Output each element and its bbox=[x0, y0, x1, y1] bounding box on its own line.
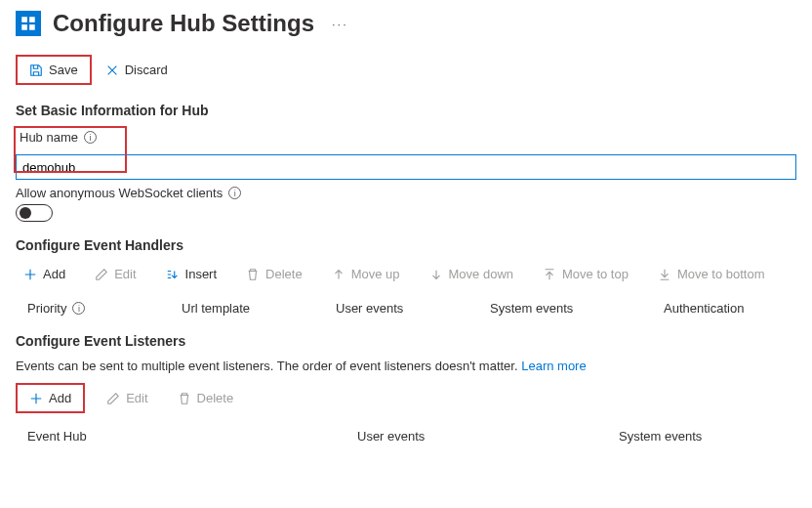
close-icon bbox=[105, 64, 119, 77]
svg-rect-0 bbox=[21, 17, 27, 22]
col-priority: Priority bbox=[27, 301, 66, 316]
delete-label: Delete bbox=[197, 391, 234, 405]
insert-label: Insert bbox=[185, 267, 218, 281]
listeners-description: Events can be sent to multiple event lis… bbox=[16, 359, 796, 373]
event-listeners-heading: Configure Event Listeners bbox=[16, 333, 796, 349]
svg-rect-2 bbox=[21, 24, 27, 30]
add-label: Add bbox=[49, 391, 71, 405]
arrow-top-icon bbox=[543, 268, 556, 281]
more-menu-icon[interactable]: ··· bbox=[326, 17, 354, 31]
save-button[interactable]: Save bbox=[21, 59, 86, 81]
add-listener-button[interactable]: Add bbox=[21, 387, 79, 409]
page-title: Configure Hub Settings bbox=[53, 10, 314, 37]
command-bar: Save Discard bbox=[16, 55, 796, 85]
info-icon[interactable]: i bbox=[72, 302, 85, 315]
hub-name-label: Hub name bbox=[20, 130, 78, 145]
discard-label: Discard bbox=[125, 63, 168, 77]
insert-icon bbox=[166, 268, 180, 281]
listeners-desc-text: Events can be sent to multiple event lis… bbox=[16, 359, 521, 373]
delete-label: Delete bbox=[265, 267, 303, 281]
arrow-bottom-icon bbox=[658, 268, 671, 281]
edit-listener-button[interactable]: Edit bbox=[99, 387, 155, 409]
move-down-button[interactable]: Move down bbox=[422, 263, 521, 285]
add-handler-button[interactable]: Add bbox=[16, 263, 73, 285]
listeners-toolbar: Add Edit Delete bbox=[16, 383, 796, 413]
plus-icon bbox=[29, 392, 43, 405]
info-icon[interactable]: i bbox=[228, 187, 241, 199]
arrow-down-icon bbox=[429, 268, 443, 281]
handlers-toolbar: Add Edit Insert Delete Move up Move down… bbox=[16, 263, 796, 285]
hub-icon bbox=[16, 11, 41, 36]
event-handlers-heading: Configure Event Handlers bbox=[16, 237, 796, 253]
col-user-events: User events bbox=[357, 429, 611, 444]
col-user-events: User events bbox=[336, 301, 482, 316]
move-up-label: Move up bbox=[351, 267, 400, 281]
delete-listener-button[interactable]: Delete bbox=[170, 387, 242, 409]
save-icon bbox=[29, 64, 43, 77]
plus-icon bbox=[23, 268, 37, 281]
toggle-knob bbox=[20, 207, 31, 219]
arrow-up-icon bbox=[332, 268, 345, 281]
edit-label: Edit bbox=[114, 267, 136, 281]
svg-rect-1 bbox=[29, 17, 35, 22]
edit-label: Edit bbox=[126, 391, 147, 405]
info-icon[interactable]: i bbox=[84, 131, 97, 144]
trash-icon bbox=[246, 268, 260, 281]
col-system-events: System events bbox=[619, 429, 796, 444]
hub-name-input[interactable] bbox=[16, 154, 796, 180]
col-url: Url template bbox=[182, 301, 328, 316]
add-label: Add bbox=[43, 267, 65, 281]
learn-more-link[interactable]: Learn more bbox=[521, 359, 586, 373]
insert-handler-button[interactable]: Insert bbox=[158, 263, 225, 285]
title-bar: Configure Hub Settings ··· bbox=[16, 10, 796, 37]
col-system-events: System events bbox=[490, 301, 656, 316]
highlight-save: Save bbox=[16, 55, 92, 85]
pencil-icon bbox=[106, 392, 120, 405]
move-up-button[interactable]: Move up bbox=[324, 263, 408, 285]
allow-anon-toggle[interactable] bbox=[16, 204, 53, 222]
edit-handler-button[interactable]: Edit bbox=[87, 263, 143, 285]
move-down-label: Move down bbox=[449, 267, 513, 281]
svg-rect-3 bbox=[29, 24, 35, 30]
basic-info-heading: Set Basic Information for Hub bbox=[16, 103, 796, 118]
col-event-hub: Event Hub bbox=[27, 429, 349, 444]
allow-anon-label: Allow anonymous WebSocket clients bbox=[16, 186, 223, 200]
save-label: Save bbox=[49, 63, 78, 77]
move-top-label: Move to top bbox=[562, 267, 629, 281]
move-bottom-label: Move to bottom bbox=[677, 267, 765, 281]
listeners-header-row: Event Hub User events System events bbox=[16, 421, 796, 455]
discard-button[interactable]: Discard bbox=[98, 59, 176, 81]
hub-name-group: Hub name i bbox=[16, 128, 796, 180]
col-auth: Authentication bbox=[664, 301, 796, 316]
highlight-add-listener: Add bbox=[16, 383, 85, 413]
handlers-header-row: Priority i Url template User events Syst… bbox=[16, 293, 796, 327]
move-top-button[interactable]: Move to top bbox=[535, 263, 636, 285]
move-bottom-button[interactable]: Move to bottom bbox=[650, 263, 773, 285]
trash-icon bbox=[178, 392, 191, 405]
delete-handler-button[interactable]: Delete bbox=[238, 263, 310, 285]
pencil-icon bbox=[95, 268, 108, 281]
